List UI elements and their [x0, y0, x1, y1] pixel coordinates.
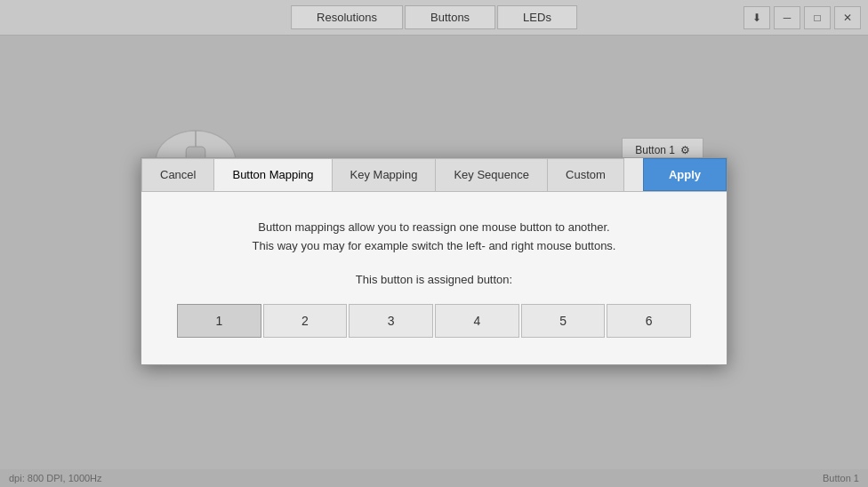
- dialog-tab-bar: Cancel Button Mapping Key Mapping Key Se…: [141, 158, 727, 192]
- description-line-1: Button mappings allow you to reassign on…: [177, 219, 691, 237]
- dialog-tab-custom[interactable]: Custom: [547, 158, 624, 191]
- dialog-tab-key-sequence[interactable]: Key Sequence: [435, 158, 548, 191]
- assigned-label: This button is assigned button:: [177, 273, 691, 286]
- button-choice-5[interactable]: 5: [521, 304, 606, 338]
- button-choice-3[interactable]: 3: [349, 304, 433, 338]
- dialog-tab-key-mapping[interactable]: Key Mapping: [332, 158, 437, 191]
- status-right: Button 1: [823, 473, 859, 483]
- button-choice-1[interactable]: 1: [177, 304, 261, 338]
- dialog-cancel-button[interactable]: Cancel: [141, 158, 214, 191]
- dialog-body: Button mappings allow you to reassign on…: [141, 192, 727, 365]
- apply-button[interactable]: Apply: [643, 158, 727, 191]
- status-bar: dpi: 800 DPI, 1000Hz Button 1: [0, 469, 868, 487]
- button-choice-row: 1 2 3 4 5 6: [177, 304, 691, 338]
- dialog-description: Button mappings allow you to reassign on…: [177, 219, 691, 256]
- button-choice-4[interactable]: 4: [435, 304, 519, 338]
- dialog: Cancel Button Mapping Key Mapping Key Se…: [141, 157, 727, 366]
- description-line-2: This way you may for example switch the …: [177, 237, 691, 256]
- button-choice-2[interactable]: 2: [263, 304, 348, 338]
- modal-overlay: Cancel Button Mapping Key Mapping Key Se…: [0, 0, 868, 487]
- dialog-tab-button-mapping[interactable]: Button Mapping: [213, 158, 332, 191]
- button-choice-6[interactable]: 6: [607, 304, 691, 338]
- status-left: dpi: 800 DPI, 1000Hz: [9, 473, 102, 483]
